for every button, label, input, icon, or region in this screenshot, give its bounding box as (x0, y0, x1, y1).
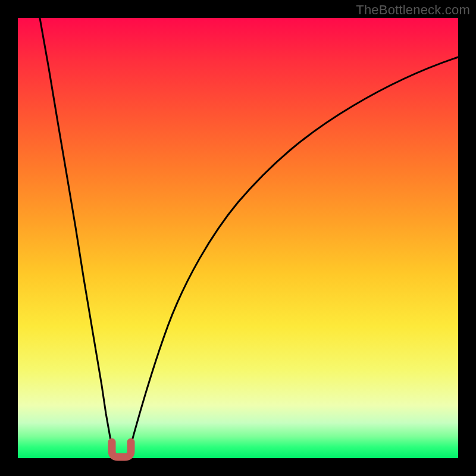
chart-frame: TheBottleneck.com (0, 0, 476, 476)
watermark-text: TheBottleneck.com (356, 2, 470, 18)
left-curve (39, 15, 115, 456)
u-marker-icon (112, 442, 131, 457)
plot-area (18, 18, 458, 458)
right-curve (128, 57, 458, 456)
curve-layer (18, 18, 458, 458)
